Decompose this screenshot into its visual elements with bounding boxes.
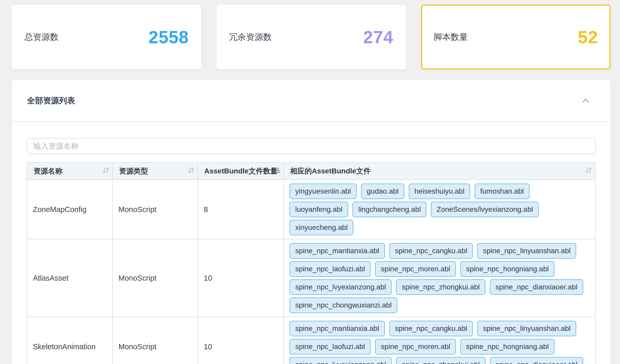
cell-bundle-count: 10 <box>198 317 284 364</box>
stat-card-redundant-resources[interactable]: 冗余资源数 274 <box>216 5 406 69</box>
assetbundle-tag[interactable]: spine_npc_cangku.abl <box>389 321 473 336</box>
table-body: ZoneMapConfigMonoScript8yingyuesenlin.ab… <box>27 180 595 364</box>
table-row: ZoneMapConfigMonoScript8yingyuesenlin.ab… <box>27 180 595 239</box>
cell-bundle-count: 10 <box>198 239 284 317</box>
assetbundle-tag[interactable]: spine_npc_linyuanshan.abl <box>477 321 576 336</box>
column-header-resource-type[interactable]: 资源类型 <box>112 163 198 180</box>
sort-both-icon[interactable] <box>187 166 195 176</box>
cell-resource-name: AtlasAsset <box>27 239 112 317</box>
assetbundle-tag[interactable]: ZoneScenes/lvyexianzong.abl <box>431 202 539 217</box>
column-label: 资源类型 <box>119 167 148 175</box>
assetbundle-tag[interactable]: spine_npc_hongniang.abl <box>460 339 554 354</box>
stat-card-script-count[interactable]: 脚本数量 52 <box>421 5 610 69</box>
assetbundle-tag[interactable]: spine_npc_moren.abl <box>375 339 456 354</box>
search-input[interactable] <box>27 138 596 154</box>
panel-title: 全部资源列表 <box>27 95 75 106</box>
assetbundle-tag[interactable]: spine_npc_mantianxia.abl <box>290 243 385 259</box>
assetbundle-tag[interactable]: spine_npc_zhongkui.abl <box>396 357 485 364</box>
cell-bundle-files: spine_npc_mantianxia.ablspine_npc_cangku… <box>284 239 595 317</box>
assetbundle-tag[interactable]: spine_npc_mantianxia.abl <box>290 321 385 336</box>
assetbundle-tag[interactable]: spine_npc_lvyexianzong.abl <box>290 357 392 364</box>
assetbundle-tag[interactable]: yingyuesenlin.abl <box>290 184 357 199</box>
assetbundle-tag[interactable]: spine_npc_zhongkui.abl <box>396 279 485 295</box>
assetbundle-tag[interactable]: spine_npc_moren.abl <box>375 261 456 277</box>
stat-card-total-resources[interactable]: 总资源数 2558 <box>12 5 201 69</box>
assetbundle-tag[interactable]: gudao.abl <box>361 184 404 199</box>
column-label: 资源名称 <box>33 167 62 175</box>
stat-card-value: 2558 <box>149 27 189 47</box>
sort-both-icon[interactable] <box>102 166 110 176</box>
assetbundle-tag[interactable]: spine_npc_linyuanshan.abl <box>477 243 576 259</box>
assetbundle-tag[interactable]: spine_npc_lvyexianzong.abl <box>290 279 392 295</box>
assetbundle-tag[interactable]: lingchangcheng.abl <box>353 202 426 217</box>
resource-list-panel: 全部资源列表 资源名称 <box>12 80 610 364</box>
table-row: AtlasAssetMonoScript10spine_npc_mantianx… <box>27 239 595 317</box>
assetbundle-tag[interactable]: spine_npc_dianxiaoer.abl <box>490 357 583 364</box>
column-label: AssetBundle文件数量 <box>204 167 278 175</box>
stat-card-value: 52 <box>578 27 598 47</box>
column-header-resource-name[interactable]: 资源名称 <box>27 163 112 180</box>
table-row: SkeletonAnimationMonoScript10spine_npc_m… <box>27 317 595 364</box>
table-header: 资源名称 资源类型 AssetBundle文件数量 <box>27 163 595 180</box>
stat-card-label: 总资源数 <box>24 31 59 43</box>
cell-resource-type: MonoScript <box>112 180 198 239</box>
cell-resource-name: SkeletonAnimation <box>27 317 112 364</box>
assetbundle-tag[interactable]: spine_npc_cangku.abl <box>389 243 473 259</box>
stat-card-value: 274 <box>363 27 393 47</box>
assetbundle-tag[interactable]: spine_npc_dianxiaoer.abl <box>490 279 583 295</box>
assetbundle-tag[interactable]: spine_npc_chongwuxianzi.abl <box>290 297 397 313</box>
assetbundle-tag[interactable]: spine_npc_hongniang.abl <box>460 261 554 277</box>
bundle-tag-list: yingyuesenlin.ablgudao.ablheiseshuiyu.ab… <box>290 184 589 235</box>
assets-table: 资源名称 资源类型 AssetBundle文件数量 <box>27 162 596 364</box>
cell-bundle-count: 8 <box>198 180 284 239</box>
cell-resource-name: ZoneMapConfig <box>27 180 112 239</box>
bundle-tag-list: spine_npc_mantianxia.ablspine_npc_cangku… <box>290 243 589 313</box>
stat-card-label: 冗余资源数 <box>229 31 272 43</box>
assetbundle-tag[interactable]: xinyuecheng.abl <box>290 220 353 235</box>
column-header-bundle-count[interactable]: AssetBundle文件数量 <box>198 163 284 180</box>
cell-bundle-files: yingyuesenlin.ablgudao.ablheiseshuiyu.ab… <box>284 180 595 239</box>
assetbundle-tag[interactable]: spine_npc_laofuzi.abl <box>290 261 371 277</box>
panel-body: 资源名称 资源类型 AssetBundle文件数量 <box>12 122 610 364</box>
sort-both-icon[interactable] <box>585 166 593 176</box>
stat-cards-row: 总资源数 2558 冗余资源数 274 脚本数量 52 <box>12 5 610 69</box>
panel-header: 全部资源列表 <box>12 80 610 122</box>
cell-resource-type: MonoScript <box>112 317 198 364</box>
chevron-up-icon <box>580 104 592 107</box>
column-header-bundle-files[interactable]: 相应的AssetBundle文件 <box>284 163 595 180</box>
cell-bundle-files: spine_npc_mantianxia.ablspine_npc_cangku… <box>284 317 595 364</box>
stat-card-label: 脚本数量 <box>434 31 468 43</box>
assetbundle-tag[interactable]: fumoshan.abl <box>475 184 530 199</box>
column-label: 相应的AssetBundle文件 <box>290 167 371 175</box>
collapse-panel-button[interactable] <box>580 95 592 107</box>
assetbundle-tag[interactable]: heiseshuiyu.abl <box>409 184 470 199</box>
cell-resource-type: MonoScript <box>112 239 198 317</box>
sort-desc-icon[interactable] <box>273 166 281 176</box>
assetbundle-tag[interactable]: luoyanfeng.abl <box>290 202 348 217</box>
bundle-tag-list: spine_npc_mantianxia.ablspine_npc_cangku… <box>290 321 589 364</box>
assetbundle-tag[interactable]: spine_npc_laofuzi.abl <box>290 339 371 354</box>
